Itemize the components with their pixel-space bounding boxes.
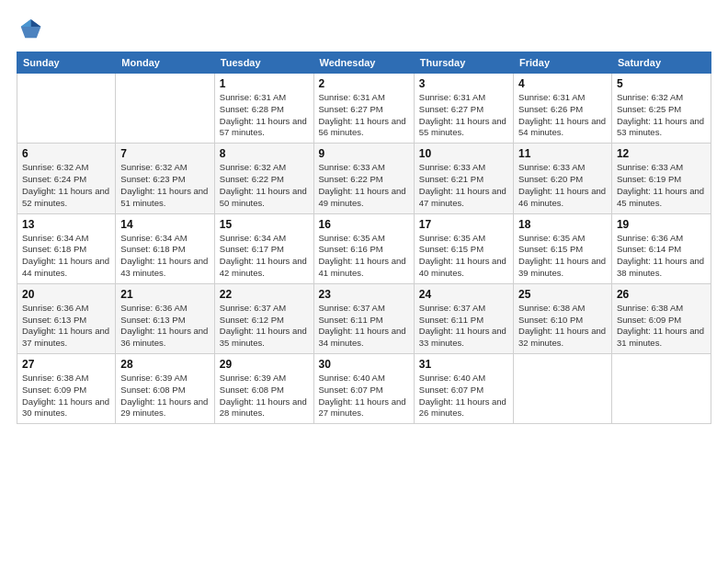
day-info: Sunrise: 6:33 AM Sunset: 6:22 PM Dayligh…	[319, 162, 409, 209]
day-info: Sunrise: 6:35 AM Sunset: 6:15 PM Dayligh…	[518, 233, 607, 280]
col-header-tuesday: Tuesday	[214, 52, 313, 74]
day-number: 14	[120, 218, 209, 231]
day-info: Sunrise: 6:32 AM Sunset: 6:25 PM Dayligh…	[617, 92, 706, 139]
day-info: Sunrise: 6:33 AM Sunset: 6:20 PM Dayligh…	[518, 162, 607, 209]
calendar-cell: 11Sunrise: 6:33 AM Sunset: 6:20 PM Dayli…	[514, 144, 612, 213]
calendar-cell: 13Sunrise: 6:34 AM Sunset: 6:18 PM Dayli…	[17, 213, 116, 283]
day-number: 8	[220, 147, 309, 160]
calendar-cell: 31Sunrise: 6:40 AM Sunset: 6:07 PM Dayli…	[414, 354, 513, 424]
day-info: Sunrise: 6:37 AM Sunset: 6:11 PM Dayligh…	[319, 303, 409, 350]
calendar-cell: 22Sunrise: 6:37 AM Sunset: 6:12 PM Dayli…	[214, 283, 313, 353]
header	[17, 17, 711, 42]
day-number: 2	[319, 77, 409, 90]
day-number: 18	[518, 218, 607, 231]
calendar-cell: 17Sunrise: 6:35 AM Sunset: 6:15 PM Dayli…	[414, 213, 513, 283]
day-number: 4	[518, 77, 607, 90]
logo-icon	[17, 17, 42, 42]
day-info: Sunrise: 6:33 AM Sunset: 6:19 PM Dayligh…	[617, 162, 706, 209]
calendar-cell: 15Sunrise: 6:34 AM Sunset: 6:17 PM Dayli…	[214, 213, 313, 283]
calendar-week-3: 13Sunrise: 6:34 AM Sunset: 6:18 PM Dayli…	[17, 213, 711, 283]
calendar-cell: 23Sunrise: 6:37 AM Sunset: 6:11 PM Dayli…	[313, 283, 414, 353]
page: SundayMondayTuesdayWednesdayThursdayFrid…	[0, 0, 728, 563]
day-number: 20	[22, 288, 110, 301]
calendar-cell: 7Sunrise: 6:32 AM Sunset: 6:23 PM Daylig…	[116, 144, 214, 213]
calendar-week-1: 1Sunrise: 6:31 AM Sunset: 6:28 PM Daylig…	[17, 74, 711, 144]
calendar-cell: 6Sunrise: 6:32 AM Sunset: 6:24 PM Daylig…	[17, 144, 116, 213]
day-info: Sunrise: 6:39 AM Sunset: 6:08 PM Dayligh…	[120, 373, 209, 419]
calendar-cell: 9Sunrise: 6:33 AM Sunset: 6:22 PM Daylig…	[313, 144, 414, 213]
svg-marker-1	[31, 19, 41, 27]
calendar-week-4: 20Sunrise: 6:36 AM Sunset: 6:13 PM Dayli…	[17, 283, 711, 353]
day-info: Sunrise: 6:32 AM Sunset: 6:24 PM Dayligh…	[22, 162, 110, 209]
day-info: Sunrise: 6:35 AM Sunset: 6:16 PM Dayligh…	[319, 233, 409, 280]
calendar-cell: 10Sunrise: 6:33 AM Sunset: 6:21 PM Dayli…	[414, 144, 513, 213]
calendar-cell: 21Sunrise: 6:36 AM Sunset: 6:13 PM Dayli…	[116, 283, 214, 353]
calendar-week-5: 27Sunrise: 6:38 AM Sunset: 6:09 PM Dayli…	[17, 354, 711, 424]
col-header-saturday: Saturday	[611, 52, 711, 74]
day-number: 25	[518, 288, 607, 301]
day-number: 7	[120, 147, 209, 160]
calendar-week-2: 6Sunrise: 6:32 AM Sunset: 6:24 PM Daylig…	[17, 144, 711, 213]
day-info: Sunrise: 6:32 AM Sunset: 6:22 PM Dayligh…	[220, 162, 309, 209]
calendar-cell	[514, 354, 612, 424]
day-info: Sunrise: 6:36 AM Sunset: 6:13 PM Dayligh…	[22, 303, 110, 350]
day-number: 31	[419, 358, 508, 371]
calendar-cell: 16Sunrise: 6:35 AM Sunset: 6:16 PM Dayli…	[313, 213, 414, 283]
day-info: Sunrise: 6:40 AM Sunset: 6:07 PM Dayligh…	[419, 373, 508, 419]
day-info: Sunrise: 6:40 AM Sunset: 6:07 PM Dayligh…	[319, 373, 409, 419]
day-number: 12	[617, 147, 706, 160]
svg-marker-2	[21, 19, 31, 27]
calendar-cell: 26Sunrise: 6:38 AM Sunset: 6:09 PM Dayli…	[611, 283, 711, 353]
calendar-cell: 8Sunrise: 6:32 AM Sunset: 6:22 PM Daylig…	[214, 144, 313, 213]
day-info: Sunrise: 6:33 AM Sunset: 6:21 PM Dayligh…	[419, 162, 508, 209]
day-number: 13	[22, 218, 110, 231]
calendar: SundayMondayTuesdayWednesdayThursdayFrid…	[17, 52, 711, 424]
day-number: 9	[319, 147, 409, 160]
day-info: Sunrise: 6:37 AM Sunset: 6:12 PM Dayligh…	[220, 303, 309, 350]
day-info: Sunrise: 6:36 AM Sunset: 6:14 PM Dayligh…	[617, 233, 706, 280]
day-info: Sunrise: 6:34 AM Sunset: 6:18 PM Dayligh…	[120, 233, 209, 280]
day-number: 17	[419, 218, 508, 231]
calendar-cell	[611, 354, 711, 424]
calendar-cell: 4Sunrise: 6:31 AM Sunset: 6:26 PM Daylig…	[514, 74, 612, 144]
calendar-cell: 3Sunrise: 6:31 AM Sunset: 6:27 PM Daylig…	[414, 74, 513, 144]
day-info: Sunrise: 6:38 AM Sunset: 6:09 PM Dayligh…	[617, 303, 706, 350]
day-number: 27	[22, 358, 110, 371]
day-info: Sunrise: 6:36 AM Sunset: 6:13 PM Dayligh…	[120, 303, 209, 350]
calendar-cell: 27Sunrise: 6:38 AM Sunset: 6:09 PM Dayli…	[17, 354, 116, 424]
calendar-cell	[116, 74, 214, 144]
col-header-wednesday: Wednesday	[313, 52, 414, 74]
day-number: 3	[419, 77, 508, 90]
day-number: 21	[120, 288, 209, 301]
calendar-cell: 14Sunrise: 6:34 AM Sunset: 6:18 PM Dayli…	[116, 213, 214, 283]
logo	[17, 17, 46, 42]
calendar-cell: 1Sunrise: 6:31 AM Sunset: 6:28 PM Daylig…	[214, 74, 313, 144]
day-number: 28	[120, 358, 209, 371]
calendar-header-row: SundayMondayTuesdayWednesdayThursdayFrid…	[17, 52, 711, 74]
day-info: Sunrise: 6:31 AM Sunset: 6:27 PM Dayligh…	[319, 92, 409, 139]
col-header-thursday: Thursday	[414, 52, 513, 74]
day-number: 10	[419, 147, 508, 160]
day-number: 29	[220, 358, 309, 371]
day-info: Sunrise: 6:31 AM Sunset: 6:26 PM Dayligh…	[518, 92, 607, 139]
day-number: 15	[220, 218, 309, 231]
day-info: Sunrise: 6:37 AM Sunset: 6:11 PM Dayligh…	[419, 303, 508, 350]
day-number: 1	[220, 77, 309, 90]
day-number: 5	[617, 77, 706, 90]
day-info: Sunrise: 6:34 AM Sunset: 6:18 PM Dayligh…	[22, 233, 110, 280]
calendar-cell: 30Sunrise: 6:40 AM Sunset: 6:07 PM Dayli…	[313, 354, 414, 424]
calendar-cell: 29Sunrise: 6:39 AM Sunset: 6:08 PM Dayli…	[214, 354, 313, 424]
calendar-cell: 28Sunrise: 6:39 AM Sunset: 6:08 PM Dayli…	[116, 354, 214, 424]
day-number: 30	[319, 358, 409, 371]
day-number: 24	[419, 288, 508, 301]
calendar-cell: 5Sunrise: 6:32 AM Sunset: 6:25 PM Daylig…	[611, 74, 711, 144]
day-info: Sunrise: 6:38 AM Sunset: 6:10 PM Dayligh…	[518, 303, 607, 350]
day-info: Sunrise: 6:34 AM Sunset: 6:17 PM Dayligh…	[220, 233, 309, 280]
day-number: 11	[518, 147, 607, 160]
col-header-sunday: Sunday	[17, 52, 116, 74]
day-number: 19	[617, 218, 706, 231]
col-header-monday: Monday	[116, 52, 214, 74]
day-number: 23	[319, 288, 409, 301]
day-number: 6	[22, 147, 110, 160]
calendar-cell: 25Sunrise: 6:38 AM Sunset: 6:10 PM Dayli…	[514, 283, 612, 353]
